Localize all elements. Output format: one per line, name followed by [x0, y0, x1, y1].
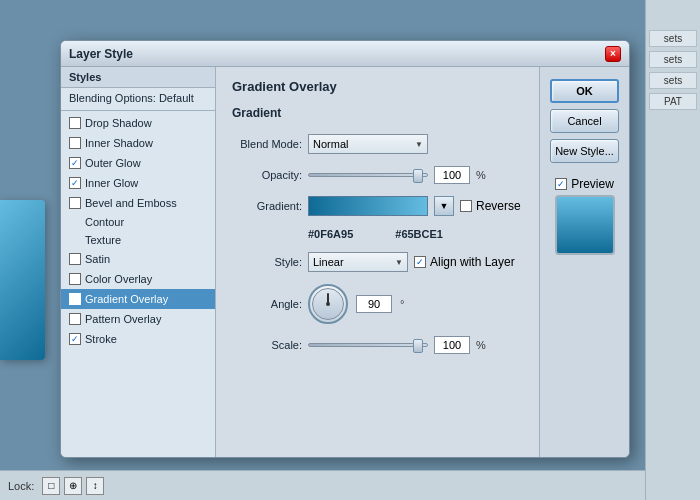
layer-style-dialog: Layer Style × Styles Blending Options: D… [60, 40, 630, 458]
bevel-emboss-checkbox[interactable] [69, 197, 81, 209]
opacity-row: Opacity: % [232, 166, 523, 184]
lock-icon-3[interactable]: ↕ [86, 477, 104, 495]
texture-item[interactable]: Texture [61, 231, 215, 249]
texture-label: Texture [85, 234, 121, 246]
color-overlay-item[interactable]: Color Overlay [61, 269, 215, 289]
ok-button[interactable]: OK [550, 79, 619, 103]
scale-slider-thumb[interactable] [413, 339, 423, 353]
stroke-checkbox[interactable]: ✓ [69, 333, 81, 345]
opacity-input[interactable] [434, 166, 470, 184]
style-value: Linear [313, 256, 344, 268]
gradient-bar-container: ▼ [308, 196, 454, 216]
bottom-bar: Lock: □ ⊕ ↕ [0, 470, 645, 500]
pattern-overlay-item[interactable]: Pattern Overlay [61, 309, 215, 329]
blend-mode-label: Blend Mode: [232, 138, 302, 150]
align-layer-row: ✓ Align with Layer [414, 255, 515, 269]
inner-glow-checkbox[interactable]: ✓ [69, 177, 81, 189]
align-layer-label: Align with Layer [430, 255, 515, 269]
gradient-row: Gradient: ▼ Reverse [232, 196, 523, 216]
angle-input[interactable] [356, 295, 392, 313]
angle-dial[interactable] [308, 284, 348, 324]
new-style-button[interactable]: New Style... [550, 139, 619, 163]
scale-input[interactable] [434, 336, 470, 354]
lock-label: Lock: [8, 480, 34, 492]
gradient-color-end: #65BCE1 [395, 228, 443, 240]
style-dropdown[interactable]: Linear ▼ [308, 252, 408, 272]
inner-shadow-checkbox[interactable] [69, 137, 81, 149]
gradient-color-start: #0F6A95 [308, 228, 353, 240]
gradient-overlay-checkbox[interactable]: ✓ [69, 293, 81, 305]
inner-glow-label: Inner Glow [85, 177, 138, 189]
drop-shadow-checkbox[interactable] [69, 117, 81, 129]
opacity-slider[interactable] [308, 173, 428, 177]
dialog-title: Layer Style [69, 47, 133, 61]
inner-shadow-item[interactable]: Inner Shadow [61, 133, 215, 153]
scale-unit: % [476, 339, 486, 351]
preview-label: Preview [571, 177, 614, 191]
right-buttons-panel: OK Cancel New Style... ✓ Preview [539, 67, 629, 457]
main-content: Gradient Overlay Gradient Blend Mode: No… [216, 67, 539, 457]
opacity-label: Opacity: [232, 169, 302, 181]
satin-label: Satin [85, 253, 110, 265]
right-panel-item-3[interactable]: sets [649, 72, 697, 89]
dialog-body: Styles Blending Options: Default Drop Sh… [61, 67, 629, 457]
color-overlay-checkbox[interactable] [69, 273, 81, 285]
preview-row: ✓ Preview [555, 177, 614, 191]
opacity-unit: % [476, 169, 486, 181]
reverse-checkbox[interactable] [460, 200, 472, 212]
pattern-overlay-label: Pattern Overlay [85, 313, 161, 325]
gradient-bar[interactable] [308, 196, 428, 216]
preview-checkbox[interactable]: ✓ [555, 178, 567, 190]
right-panel-item-4[interactable]: PAT [649, 93, 697, 110]
opacity-slider-thumb[interactable] [413, 169, 423, 183]
angle-row: Angle: ° [232, 284, 523, 324]
gradient-dropdown-arrow: ▼ [440, 201, 449, 211]
preview-section: ✓ Preview [550, 177, 619, 255]
style-dropdown-arrow: ▼ [395, 258, 403, 267]
angle-dot [326, 302, 330, 306]
bevel-emboss-item[interactable]: Bevel and Emboss [61, 193, 215, 213]
styles-panel: Styles Blending Options: Default Drop Sh… [61, 67, 216, 457]
stroke-item[interactable]: ✓ Stroke [61, 329, 215, 349]
section-title: Gradient Overlay [232, 79, 523, 94]
contour-label: Contour [85, 216, 124, 228]
right-panel: sets sets sets PAT [645, 0, 700, 500]
bevel-emboss-label: Bevel and Emboss [85, 197, 177, 209]
drop-shadow-item[interactable]: Drop Shadow [61, 113, 215, 133]
blend-mode-row: Blend Mode: Normal ▼ [232, 134, 523, 154]
subsection-title: Gradient [232, 106, 523, 120]
right-panel-item-2[interactable]: sets [649, 51, 697, 68]
outer-glow-checkbox[interactable]: ✓ [69, 157, 81, 169]
style-label: Style: [232, 256, 302, 268]
gradient-overlay-label: Gradient Overlay [85, 293, 168, 305]
lock-icons: □ ⊕ ↕ [42, 477, 104, 495]
contour-item[interactable]: Contour [61, 213, 215, 231]
gradient-dropdown-btn[interactable]: ▼ [434, 196, 454, 216]
angle-label: Angle: [232, 298, 302, 310]
styles-panel-header: Styles [61, 67, 215, 88]
scale-row: Scale: % [232, 336, 523, 354]
close-button[interactable]: × [605, 46, 621, 62]
cancel-button[interactable]: Cancel [550, 109, 619, 133]
scale-slider[interactable] [308, 343, 428, 347]
satin-checkbox[interactable] [69, 253, 81, 265]
align-layer-checkbox[interactable]: ✓ [414, 256, 426, 268]
outer-glow-item[interactable]: ✓ Outer Glow [61, 153, 215, 173]
color-display-row: #0F6A95 #65BCE1 [232, 228, 523, 240]
pattern-overlay-checkbox[interactable] [69, 313, 81, 325]
reverse-label: Reverse [476, 199, 521, 213]
blending-options-item[interactable]: Blending Options: Default [61, 88, 215, 108]
satin-item[interactable]: Satin [61, 249, 215, 269]
blend-mode-dropdown[interactable]: Normal ▼ [308, 134, 428, 154]
style-row: Style: Linear ▼ ✓ Align with Layer [232, 252, 523, 272]
gradient-overlay-item[interactable]: ✓ Gradient Overlay [61, 289, 215, 309]
stroke-label: Stroke [85, 333, 117, 345]
lock-icon-2[interactable]: ⊕ [64, 477, 82, 495]
lock-icon-1[interactable]: □ [42, 477, 60, 495]
inner-shadow-label: Inner Shadow [85, 137, 153, 149]
angle-unit: ° [400, 298, 404, 310]
right-panel-item-1[interactable]: sets [649, 30, 697, 47]
inner-glow-item[interactable]: ✓ Inner Glow [61, 173, 215, 193]
outer-glow-label: Outer Glow [85, 157, 141, 169]
reverse-row: Reverse [460, 199, 521, 213]
